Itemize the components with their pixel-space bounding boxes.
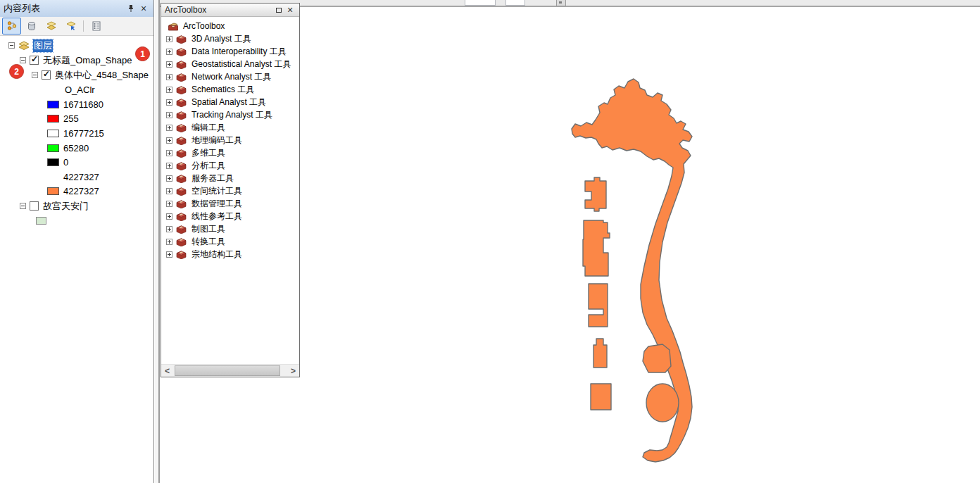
expand-icon[interactable] (166, 125, 172, 131)
olympic-center-shapes (572, 79, 692, 462)
field-heading-label: O_AClr (65, 84, 95, 95)
cutoff-toolbar-field (465, 0, 496, 6)
legend-swatch[interactable] (47, 187, 59, 195)
arctoolbox-panel: ArcToolbox × ArcToolbox 3D Analyst 工 (161, 3, 300, 377)
collapse-icon[interactable] (20, 57, 26, 63)
annotation-badge-2: 2 (9, 64, 24, 79)
list-by-source-button[interactable] (22, 18, 41, 34)
building-shape-1 (585, 177, 606, 211)
toolbox-item[interactable]: 宗地结构工具 (161, 248, 299, 261)
arctoolbox-root-item[interactable]: ArcToolbox (161, 20, 299, 32)
legend-swatch[interactable] (47, 144, 59, 152)
expand-icon[interactable] (166, 112, 172, 118)
panel-splitter[interactable] (155, 0, 160, 483)
expand-icon[interactable] (166, 251, 172, 258)
toolbox-item[interactable]: Schematics 工具 (161, 83, 299, 96)
legend-swatch[interactable] (47, 115, 59, 123)
annotation-badge-1: 1 (135, 46, 150, 61)
legend-swatch[interactable] (47, 158, 59, 166)
scrollbar-track[interactable] (173, 365, 287, 377)
toolbox-icon (176, 34, 187, 44)
expand-icon[interactable] (166, 49, 172, 55)
expand-icon[interactable] (166, 226, 172, 232)
legend-item[interactable]: 16777215 (0, 126, 153, 141)
layer1-visibility-checkbox[interactable] (30, 56, 39, 65)
legend-item[interactable]: 4227327 (0, 170, 153, 184)
expand-icon[interactable] (166, 87, 172, 93)
legend-item[interactable]: 65280 (0, 141, 153, 156)
close-icon[interactable]: × (284, 5, 296, 15)
scrollbar-thumb[interactable] (175, 365, 280, 376)
legend-swatch[interactable] (47, 130, 59, 137)
layer3-symbol-swatch[interactable] (36, 217, 46, 225)
toolbox-item[interactable]: Spatial Analyst 工具 (161, 96, 299, 108)
expand-icon[interactable] (166, 163, 172, 169)
toolbox-item[interactable]: Network Analyst 工具 (161, 70, 299, 83)
layer3-symbol-row[interactable] (0, 213, 153, 228)
toolbox-item[interactable]: Data Interoperability 工具 (161, 45, 299, 58)
layer2-label[interactable]: 奥体中心_4548_Shape (54, 69, 149, 82)
layer3-label[interactable]: 故宫天安门 (42, 200, 89, 213)
scroll-right-icon[interactable]: > (287, 365, 299, 377)
layer1-label[interactable]: 无标题_Omap_Shape (42, 54, 132, 67)
cutoff-toolbar-field (505, 0, 525, 6)
legend-label: 4227327 (63, 172, 99, 182)
legend-swatch[interactable] (47, 101, 59, 108)
toolbox-item[interactable]: 分析工具 (161, 159, 299, 172)
maximize-icon[interactable] (273, 5, 284, 15)
expand-icon[interactable] (166, 61, 172, 68)
toolbox-item-label: Spatial Analyst 工具 (191, 96, 267, 108)
collapse-icon[interactable] (20, 203, 26, 209)
legend-label: 65280 (63, 143, 89, 153)
horizontal-scrollbar[interactable]: < > (161, 364, 299, 377)
expand-icon[interactable] (166, 74, 172, 80)
toolbox-item[interactable]: 转换工具 (161, 235, 299, 248)
options-list-icon (91, 20, 102, 32)
layer3-visibility-checkbox[interactable] (30, 201, 39, 211)
layers-root-label[interactable]: 图层 (33, 39, 53, 52)
expand-icon[interactable] (166, 99, 172, 106)
toolbox-item[interactable]: 线性参考工具 (161, 210, 299, 222)
scroll-left-icon[interactable]: < (161, 365, 173, 377)
toolbox-item[interactable]: 数据管理工具 (161, 197, 299, 210)
legend-item[interactable]: 0 (0, 155, 153, 170)
toolbox-item[interactable]: 编辑工具 (161, 121, 299, 134)
expand-icon[interactable] (166, 36, 172, 42)
toc-options-button[interactable] (87, 18, 106, 34)
layer2-visibility-checkbox[interactable] (42, 70, 51, 80)
expand-icon[interactable] (166, 175, 172, 182)
expand-icon[interactable] (166, 188, 172, 194)
toolbox-item[interactable]: 服务器工具 (161, 172, 299, 184)
expand-icon[interactable] (166, 150, 172, 156)
toolbox-icon (176, 173, 187, 183)
arctoolbox-items: 3D Analyst 工具 Data Interoperability 工具 G… (161, 32, 299, 261)
toolbox-item[interactable]: 多维工具 (161, 146, 299, 159)
expand-icon[interactable] (166, 201, 172, 207)
legend-item[interactable]: 255 (0, 112, 153, 127)
list-by-drawing-order-button[interactable] (2, 18, 21, 34)
toolbox-item[interactable]: 空间统计工具 (161, 184, 299, 197)
toolbox-item[interactable]: Geostatistical Analyst 工具 (161, 58, 299, 70)
pin-icon[interactable] (125, 2, 137, 15)
arctoolbox-root-label: ArcToolbox (182, 21, 225, 31)
expand-icon[interactable] (166, 213, 172, 220)
tree-item-layers[interactable]: 图层 (0, 38, 153, 53)
list-by-selection-button[interactable] (61, 18, 80, 34)
list-by-visibility-button[interactable] (42, 18, 61, 34)
expand-icon[interactable] (166, 239, 172, 245)
legend-item[interactable]: 16711680 (0, 97, 153, 112)
toolbox-item[interactable]: Tracking Analyst 工具 (161, 108, 299, 121)
toolbox-item-label: 3D Analyst 工具 (191, 33, 252, 45)
toolbox-item[interactable]: 制图工具 (161, 222, 299, 235)
collapse-icon[interactable] (8, 42, 15, 49)
close-icon[interactable]: × (137, 2, 150, 15)
toolbox-item-label: 数据管理工具 (191, 198, 243, 210)
toolbox-item-label: 分析工具 (191, 160, 226, 172)
legend-item[interactable]: 4227327 (0, 184, 153, 199)
collapse-icon[interactable] (32, 72, 38, 78)
toolbox-item[interactable]: 3D Analyst 工具 (161, 32, 299, 45)
toolbox-item[interactable]: 地理编码工具 (161, 134, 299, 146)
tree-item-layer1[interactable]: 无标题_Omap_Shape (0, 53, 153, 68)
tree-item-layer3[interactable]: 故宫天安门 (0, 199, 153, 213)
expand-icon[interactable] (166, 137, 172, 144)
